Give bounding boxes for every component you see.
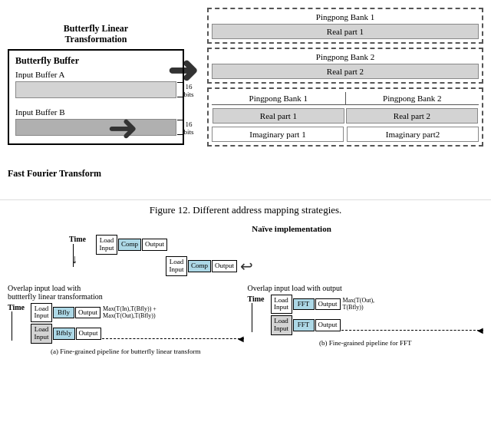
combined-header-pp1: Pingpong Bank 1	[212, 92, 346, 104]
naive-time-axis: ↓	[69, 244, 96, 267]
right-time-axis	[248, 303, 271, 332]
fft-label: Fast Fourier Transform	[8, 168, 184, 180]
butterfly-buffer-box: Butterfly Buffer Input Buffer A 16 bits …	[8, 49, 184, 145]
ol-output-1: Output	[75, 307, 101, 319]
or-output-2: Output	[315, 319, 341, 331]
input-buffer-b-bar	[15, 119, 176, 136]
combined-real-row: Real part 1 Real part 2	[212, 107, 479, 124]
naive-curved-arrow: ↩	[240, 257, 253, 275]
bits-label-b: 16 bits	[178, 120, 199, 136]
ol-dashed-arrow: ◀	[102, 338, 244, 339]
naive-output-2: Output	[212, 260, 237, 272]
ol-bfly-1: Bfly	[53, 307, 74, 319]
or-load-input-2: LoadInput	[271, 315, 292, 335]
lower-left-section: Overlap input load with buttterfly linea…	[8, 284, 244, 356]
butterfly-transform-label: Butterfly Linear Transformation ➜	[8, 23, 184, 45]
overlap-right-row1: LoadInput FFT Output Max(T(Out), T(Bfly)…	[271, 295, 484, 315]
naive-load-input-2: LoadInput	[166, 256, 187, 276]
top-section: Butterfly Linear Transformation ➜ Butter…	[0, 0, 491, 199]
ol-load-input-1: LoadInput	[31, 303, 52, 323]
figure-caption: Figure 12. Different address mapping str…	[0, 199, 491, 220]
left-pipeline-area: LoadInput Bfly Output Max(T(In),T(Bfly))…	[31, 303, 244, 346]
bits-label-a: 16 bits	[178, 83, 199, 98]
pp1-real: Real part 1	[212, 24, 479, 39]
input-buffer-a-bar	[15, 81, 176, 98]
naive-section: Naïve implementation Time ↓ LoadInput Co…	[8, 224, 483, 278]
left-time-area: Time	[8, 303, 31, 341]
naive-container: Time ↓ LoadInput Comp Output LoadInput C…	[69, 235, 483, 278]
or-load-input-1: LoadInput	[271, 295, 292, 315]
pingpong-combined: Pingpong Bank 1 Pingpong Bank 2 Real par…	[207, 87, 483, 147]
ol-load-input-2: LoadInput	[31, 324, 52, 344]
naive-comp-2: Comp	[188, 260, 211, 272]
overlap-right-content: Time LoadInput FFT Output Max(T(Out), T(…	[248, 295, 484, 338]
right-time-area: Time	[248, 295, 271, 332]
bottom-section: Naïve implementation Time ↓ LoadInput Co…	[0, 220, 491, 448]
butterfly-buffer-title: Butterfly Buffer	[15, 55, 176, 67]
pp2-real: Real part 2	[212, 64, 479, 79]
input-buffer-a-label: Input Buffer A	[15, 70, 176, 79]
naive-load-input-1: LoadInput	[96, 235, 117, 255]
combined-header: Pingpong Bank 1 Pingpong Bank 2	[212, 92, 479, 105]
combined-real1: Real part 1	[213, 108, 344, 124]
overlap-right-caption: (b) Fine-grained pipeline for FFT	[248, 339, 484, 347]
ol-bfbly-2: Bfbly	[53, 328, 75, 340]
imag-row: Imaginary part 1 Imaginary part2	[212, 127, 479, 142]
or-output-1: Output	[315, 298, 341, 311]
pp2-title: Pingpong Bank 2	[212, 52, 479, 61]
naive-comp-1: Comp	[118, 239, 141, 251]
overlap-right-title: Overlap input load with output	[248, 284, 484, 292]
naive-time-label: Time	[69, 235, 96, 243]
overlap-left-content: Time LoadInput Bfly Output Max(T(In),T(B…	[8, 303, 244, 346]
naive-time-area: Time ↓	[69, 235, 96, 267]
overlap-left-title: Overlap input load with buttterfly linea…	[8, 284, 244, 301]
combined-real2: Real part 2	[346, 108, 478, 124]
pingpong-bank1-top: Pingpong Bank 1 Real part 1	[207, 8, 483, 44]
naive-row2: LoadInput Comp Output ↩	[96, 256, 483, 276]
overlap-left-caption: (a) Fine-grained pipeline for butterfly …	[8, 348, 244, 355]
input-buffer-b-label: Input Buffer B	[15, 107, 176, 117]
left-diagram: Butterfly Linear Transformation ➜ Butter…	[8, 8, 184, 196]
or-dashed-arrow: ◀	[341, 330, 483, 331]
overlap-right-row2: LoadInput FFT Output ◀	[271, 315, 484, 335]
naive-output-1: Output	[142, 239, 167, 251]
right-time-label: Time	[248, 295, 271, 303]
right-diagram: Pingpong Bank 1 Real part 1 Pingpong Ban…	[184, 8, 483, 196]
left-time-axis	[8, 311, 31, 341]
overlap-left-row1: LoadInput Bfly Output Max(T(In),T(Bfly))…	[31, 303, 244, 323]
combined-header-pp2: Pingpong Bank 2	[346, 92, 479, 104]
fft-arrow-icon: ➜	[107, 106, 138, 149]
naive-row1: LoadInput Comp Output	[96, 235, 483, 255]
right-pipeline-area: LoadInput FFT Output Max(T(Out), T(Bfly)…	[271, 295, 484, 338]
left-time-label: Time	[8, 303, 31, 311]
pingpong-bank2-top: Pingpong Bank 2 Real part 2	[207, 48, 483, 84]
lower-right-section: Overlap input load with output Time Load…	[248, 284, 484, 356]
lower-diagrams: Overlap input load with buttterfly linea…	[8, 284, 483, 356]
naive-title: Naïve implementation	[100, 224, 483, 233]
naive-rows: LoadInput Comp Output LoadInput Comp Out…	[96, 235, 483, 278]
overlap-left-row2: LoadInput Bfbly Output ◀	[31, 324, 244, 344]
imag-part1: Imaginary part 1	[212, 127, 344, 142]
ol-output-2: Output	[76, 328, 101, 340]
or-formula: Max(T(Out), T(Bfly))	[341, 297, 483, 311]
ol-formula: Max(T(In),T(Bfly)) + Max(T(Out),T(Bfly))	[101, 305, 243, 319]
imag-part2: Imaginary part2	[347, 127, 479, 142]
pp1-title: Pingpong Bank 1	[212, 12, 479, 21]
or-fft-1: FFT	[293, 298, 315, 311]
or-fft-2: FFT	[293, 319, 315, 331]
